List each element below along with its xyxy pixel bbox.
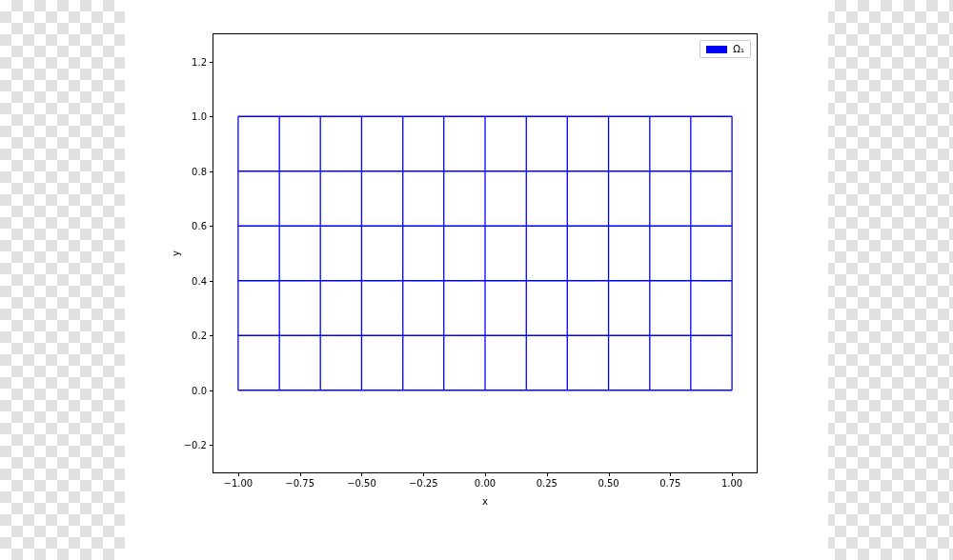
y-tick-mark — [210, 445, 213, 446]
y-tick-mark — [210, 335, 213, 336]
legend-label: Ω₁ — [733, 44, 744, 54]
x-tick-mark — [423, 472, 424, 476]
y-tick-label: −0.2 — [184, 440, 207, 450]
y-tick-label: 1.0 — [192, 111, 207, 122]
x-tick-label: −1.00 — [224, 478, 253, 489]
x-tick-mark — [547, 472, 548, 476]
figure: −1.00−0.75−0.50−0.250.000.250.500.751.00… — [125, 0, 828, 560]
x-tick-label: −0.25 — [409, 478, 438, 489]
y-tick-label: 0.4 — [192, 275, 207, 286]
y-axis-label: y — [171, 250, 181, 256]
x-axis-label: x — [482, 496, 488, 507]
y-tick-label: 0.0 — [192, 385, 207, 395]
y-tick-label: 0.6 — [192, 221, 207, 231]
x-tick-label: 0.25 — [537, 478, 558, 489]
y-tick-mark — [210, 281, 213, 282]
x-tick-label: 0.00 — [475, 478, 496, 489]
plot-axes: −1.00−0.75−0.50−0.250.000.250.500.751.00… — [213, 33, 758, 473]
y-tick-mark — [210, 226, 213, 227]
x-tick-mark — [361, 472, 362, 476]
x-tick-label: 0.75 — [659, 478, 680, 489]
x-tick-label: 1.00 — [721, 478, 742, 489]
legend-swatch — [706, 46, 727, 53]
y-tick-mark — [210, 116, 213, 117]
x-tick-mark — [300, 472, 301, 476]
x-tick-mark — [732, 472, 733, 476]
y-tick-mark — [210, 390, 213, 391]
x-tick-mark — [485, 472, 486, 476]
x-tick-label: −0.75 — [285, 478, 314, 489]
y-tick-mark — [210, 62, 213, 63]
chart-canvas — [213, 34, 757, 472]
y-tick-label: 0.2 — [192, 330, 207, 341]
legend: Ω₁ — [700, 40, 751, 58]
y-tick-mark — [210, 171, 213, 172]
x-tick-label: 0.50 — [598, 478, 618, 489]
x-tick-label: −0.50 — [347, 478, 376, 489]
y-tick-label: 0.8 — [192, 166, 207, 176]
y-tick-label: 1.2 — [192, 56, 207, 67]
x-tick-mark — [238, 472, 239, 476]
x-tick-mark — [609, 472, 610, 476]
x-tick-mark — [670, 472, 671, 476]
